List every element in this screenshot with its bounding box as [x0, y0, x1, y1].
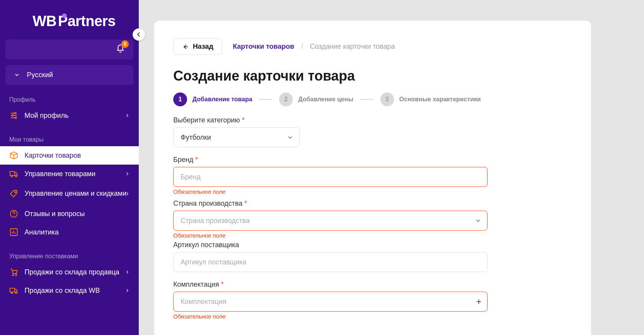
sliders-icon — [9, 111, 18, 120]
nav-my-profile[interactable]: Мой профиль — [0, 106, 139, 125]
svg-point-4 — [11, 175, 13, 177]
sku-label: Артикул поставщика — [173, 241, 572, 249]
step-divider — [360, 99, 373, 100]
nav-reviews[interactable]: Отзывы и вопросы — [0, 205, 139, 223]
brand-input[interactable] — [173, 167, 488, 187]
svg-point-1 — [12, 115, 13, 116]
breadcrumb-link[interactable]: Карточки товаров — [233, 43, 294, 51]
nav-label: Отзывы и вопросы — [25, 210, 85, 218]
svg-point-6 — [15, 192, 16, 193]
steps: 1 Добавление товара 2 Добавление цены 3 … — [173, 92, 572, 106]
breadcrumb-current: Создание карточки товара — [310, 43, 395, 51]
svg-point-0 — [14, 112, 16, 114]
kit-error: Обязательное поле — [173, 313, 572, 320]
question-circle-icon — [9, 209, 18, 218]
required-star: * — [195, 156, 198, 163]
nav-label: Управление ценами и скидками — [25, 190, 127, 198]
notification-count-badge: 6 — [121, 40, 129, 48]
bell-wrap: 6 — [116, 44, 125, 55]
step-3[interactable]: 3 Основные характеристики — [380, 92, 481, 106]
field-country: Страна производства * Обязательное поле — [173, 200, 572, 239]
breadcrumb: Карточки товаров / Создание карточки тов… — [233, 43, 395, 51]
section-profile: Профиль — [0, 85, 139, 106]
step-2-label: Добавление цены — [298, 96, 353, 103]
main-area: Назад Карточки товаров / Создание карточ… — [139, 0, 644, 335]
country-label: Страна производства * — [173, 200, 572, 208]
step-2[interactable]: 2 Добавление цены — [279, 92, 353, 106]
nav-label: Карточки товаров — [25, 152, 81, 160]
page-title: Создание карточки товара — [173, 68, 572, 84]
svg-point-11 — [16, 275, 17, 276]
collapse-sidebar-button[interactable] — [133, 28, 145, 41]
step-1[interactable]: 1 Добавление товара — [173, 92, 252, 106]
truck-icon — [9, 169, 18, 178]
kit-label: Комплектация * — [173, 281, 572, 289]
arrow-left-icon — [135, 31, 142, 38]
category-input[interactable] — [173, 127, 300, 147]
section-supply: Управление поставками — [0, 241, 139, 263]
sku-input-wrap — [173, 252, 488, 272]
kit-input[interactable] — [173, 292, 488, 312]
nav-manage-prices[interactable]: Управление ценами и скидками — [0, 183, 139, 205]
svg-rect-3 — [10, 172, 15, 175]
section-goods: Мои товары — [0, 125, 139, 146]
back-button[interactable]: Назад — [173, 38, 222, 55]
truck-icon — [9, 286, 18, 295]
nav-label: Аналитика — [25, 228, 59, 236]
country-label-text: Страна производства — [173, 200, 242, 207]
arrow-left-icon — [182, 43, 189, 50]
kit-label-text: Комплектация — [173, 281, 219, 288]
tag-icon — [9, 189, 18, 198]
nav-cards[interactable]: Карточки товаров — [0, 146, 139, 165]
step-3-number: 3 — [380, 92, 394, 106]
category-label: Выберите категорию * — [173, 116, 572, 124]
field-brand: Бренд * Обязательное поле — [173, 156, 572, 195]
nav-manage-goods[interactable]: Управление товарами — [0, 165, 139, 183]
nav-sales-seller[interactable]: Продажи со склада продавца — [0, 263, 139, 281]
field-category: Выберите категорию * — [173, 116, 572, 147]
chevron-right-icon — [125, 270, 130, 274]
brand-error: Обязательное поле — [173, 188, 572, 195]
brand-label: Бренд * — [173, 156, 572, 164]
brand-input-wrap — [173, 167, 488, 187]
nav-label: Мой профиль — [25, 112, 69, 120]
notification-bar[interactable]: 6 — [5, 40, 133, 59]
required-star: * — [244, 200, 247, 207]
logo-wb: WB — [33, 13, 56, 30]
logo: WB Partners — [0, 0, 139, 30]
nav-label: Продажи со склада продавца — [25, 268, 119, 276]
category-select[interactable] — [173, 127, 300, 147]
kit-input-wrap: + — [173, 292, 488, 312]
svg-point-5 — [15, 175, 17, 177]
country-error: Обязательное поле — [173, 232, 572, 239]
language-selector[interactable]: Русский — [5, 65, 133, 85]
country-input[interactable] — [173, 211, 488, 231]
nav-label: Управление товарами — [25, 170, 95, 178]
field-sku: Артикул поставщика — [173, 241, 572, 272]
chevron-right-icon — [125, 172, 130, 176]
content-card: Назад Карточки товаров / Создание карточ… — [154, 21, 591, 335]
chart-icon — [9, 228, 18, 237]
field-kit: Комплектация * + Обязательное поле — [173, 281, 572, 320]
box-icon — [9, 151, 18, 160]
country-select[interactable] — [173, 211, 488, 231]
sku-input[interactable] — [173, 252, 488, 272]
required-star: * — [221, 281, 223, 288]
chevron-down-icon — [14, 72, 20, 78]
svg-point-2 — [15, 117, 16, 119]
plus-icon[interactable]: + — [476, 296, 481, 307]
breadcrumb-sep: / — [301, 43, 303, 51]
step-3-label: Основные характеристики — [399, 96, 481, 103]
sidebar: WB Partners 6 Русский Профиль Мой профил… — [0, 0, 139, 335]
top-row: Назад Карточки товаров / Создание карточ… — [173, 38, 572, 55]
step-divider — [259, 99, 272, 100]
step-1-number: 1 — [173, 92, 187, 106]
step-2-number: 2 — [279, 92, 293, 106]
chevron-right-icon — [125, 288, 130, 293]
cart-icon — [9, 267, 18, 277]
brand-label-text: Бренд — [173, 156, 193, 163]
svg-point-14 — [15, 292, 17, 294]
nav-analytics[interactable]: Аналитика — [0, 223, 139, 241]
nav-sales-wb[interactable]: Продажи со склада WB — [0, 281, 139, 300]
svg-point-13 — [11, 292, 13, 294]
